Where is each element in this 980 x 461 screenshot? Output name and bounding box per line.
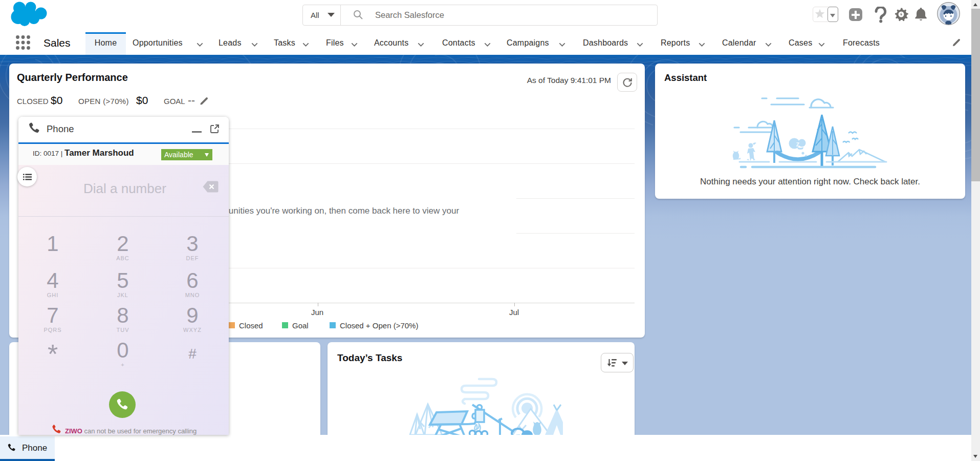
svg-text:z: z bbox=[796, 140, 800, 148]
